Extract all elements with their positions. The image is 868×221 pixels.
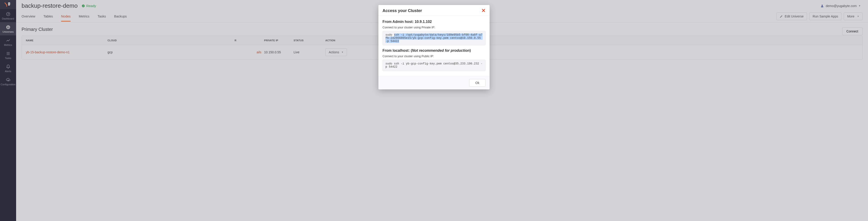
access-cluster-modal: Access your Cluster ✕ From Admin host: 1… bbox=[378, 5, 490, 89]
modal-body: From Admin host: 10.9.1.102 Connect to y… bbox=[378, 15, 490, 76]
modal-header: Access your Cluster ✕ bbox=[378, 5, 490, 15]
modal-footer: Ok bbox=[378, 76, 490, 89]
command-highlight: ssh -i /opt/yugabyte/data/keys/109e95b5-… bbox=[385, 33, 483, 43]
modal-title: Access your Cluster bbox=[382, 8, 422, 13]
modal-section1-title: From Admin host: 10.9.1.102 bbox=[382, 20, 486, 24]
localhost-command[interactable]: sudo ssh -i yb-gcp-config-key.pem centos… bbox=[382, 60, 486, 71]
ok-button[interactable]: Ok bbox=[469, 79, 486, 87]
modal-section2-sub: Connect to your cluster using Public IP: bbox=[382, 55, 486, 58]
admin-host-command[interactable]: sudo ssh -i /opt/yugabyte/data/keys/109e… bbox=[382, 31, 486, 45]
modal-section1-sub: Connect to your cluster using Private IP… bbox=[382, 26, 486, 29]
modal-scrim[interactable]: Access your Cluster ✕ From Admin host: 1… bbox=[0, 0, 868, 221]
close-icon[interactable]: ✕ bbox=[482, 8, 486, 13]
modal-section2-title: From localhost: (Not recommended for pro… bbox=[382, 49, 486, 53]
